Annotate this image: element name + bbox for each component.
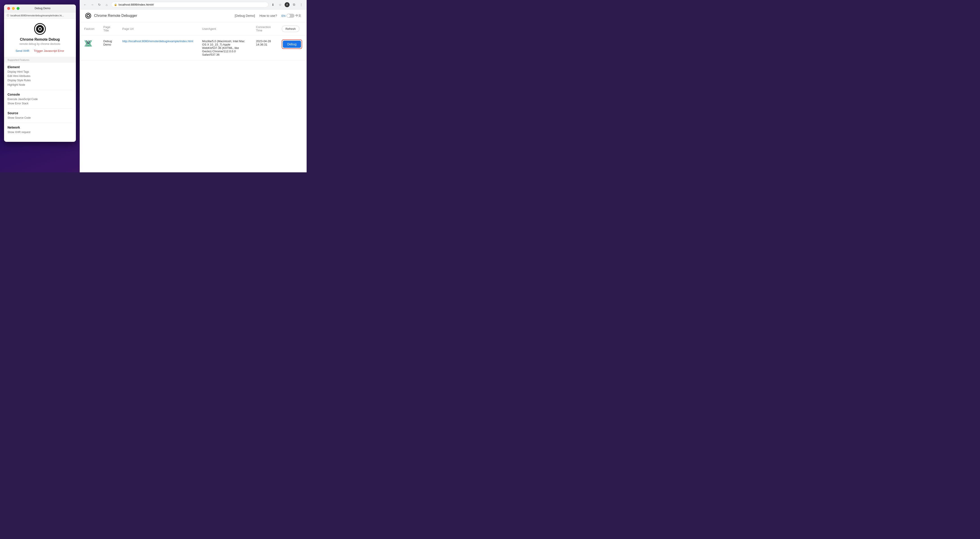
browser-chrome: ← → ↻ ⌂ 🔒 localhost:8899/index.html#/ ⬇ …: [80, 0, 307, 10]
col-favicon: Favicon: [80, 22, 99, 35]
cell-page-title: Debug Demo: [99, 35, 118, 60]
window-title: Debug Demo: [13, 7, 73, 10]
lang-en[interactable]: EN: [282, 14, 285, 17]
cell-favicon: [80, 35, 99, 60]
window-url-bar: ⓘ localhost:8080/remote/debug/example/in…: [4, 12, 76, 19]
feature-title: Element: [8, 65, 72, 69]
how-to-use-nav[interactable]: How to use?: [259, 14, 277, 17]
window-card: Debug Demo ⓘ localhost:8080/remote/debug…: [4, 5, 76, 142]
account-icon[interactable]: A: [285, 2, 290, 7]
app-name: Chrome Remote Debug: [8, 38, 72, 41]
col-user-agent: UserAgent: [198, 22, 251, 35]
forward-button[interactable]: →: [89, 2, 95, 7]
feature-item: Show Source Code: [8, 116, 72, 120]
debugger-logo: [85, 13, 91, 19]
feature-item: Edit Html Attributes: [8, 74, 72, 78]
info-icon: ⓘ: [7, 14, 9, 17]
feature-title: Source: [8, 111, 72, 115]
feature-section-source: SourceShow Source Code: [8, 109, 72, 123]
table-header-row: Favicon Page Title Page Url UserAgent Co…: [80, 22, 307, 35]
debug-demo-nav[interactable]: [Debug Demo]: [235, 14, 255, 17]
menu-icon[interactable]: ⋮: [299, 2, 304, 7]
refresh-button[interactable]: Refresh: [282, 25, 300, 32]
col-connection-time: Connection Time: [251, 22, 277, 35]
traffic-light-close[interactable]: [7, 7, 10, 10]
debug-button[interactable]: Debug: [283, 41, 301, 48]
download-icon[interactable]: ⬇: [270, 2, 276, 7]
table-body: Debug Demo http://localhost:8080/remote/…: [80, 35, 307, 60]
feature-item: Highlight Node: [8, 83, 72, 87]
address-text: localhost:8899/index.html#/: [119, 3, 154, 6]
browser-actions: ⬇ ☆ A ⧉ ⋮: [270, 2, 304, 7]
window-body: Chrome Remote Debug remote debug by chro…: [4, 19, 76, 142]
cell-connection-time: 2023-04-28 14:36:31: [251, 35, 277, 60]
svg-point-3: [39, 28, 41, 30]
address-bar[interactable]: 🔒 localhost:8899/index.html#/: [111, 2, 269, 7]
supported-features-header: Supported Features: [4, 57, 76, 63]
feature-item: Display Html Tags: [8, 70, 72, 74]
lang-toggle: EN 中文: [282, 14, 301, 18]
feature-section-element: ElementDisplay Html TagsEdit Html Attrib…: [8, 63, 72, 90]
features-container: ElementDisplay Html TagsEdit Html Attrib…: [8, 63, 72, 137]
feature-item: Execute JavaScript Code: [8, 97, 72, 102]
cell-page-url: http://localhost:8080/remote/debug/examp…: [118, 35, 198, 60]
svg-point-6: [88, 15, 89, 17]
lang-zh[interactable]: 中文: [295, 14, 301, 18]
window-url-text: localhost:8080/remote/debug/example/inde…: [11, 14, 64, 17]
cell-user-agent: Mozilla/5.0 (Macintosh; Intel Mac OS X 1…: [198, 35, 251, 60]
debug-table: Favicon Page Title Page Url UserAgent Co…: [80, 22, 307, 60]
window-titlebar: Debug Demo: [4, 5, 76, 12]
debug-button-wrapper: Debug: [282, 40, 302, 49]
feature-item: Display Style Rules: [8, 78, 72, 83]
col-page-title: Page Title: [99, 22, 118, 35]
page-url-link[interactable]: http://localhost:8080/remote/debug/examp…: [123, 40, 193, 43]
debugger-content: Chrome Remote Debugger [Debug Demo] How …: [80, 10, 307, 172]
back-button[interactable]: ←: [83, 2, 88, 7]
debugger-app-title: Chrome Remote Debugger: [94, 14, 232, 18]
chrome-logo-svg: [34, 23, 46, 35]
col-page-url: Page Url: [118, 22, 198, 35]
table-head: Favicon Page Title Page Url UserAgent Co…: [80, 22, 307, 35]
lock-icon: 🔒: [114, 3, 117, 6]
extensions-icon[interactable]: ⧉: [291, 2, 297, 7]
feature-title: Network: [8, 126, 72, 129]
mac-window: Debug Demo ⓘ localhost:8080/remote/debug…: [0, 0, 80, 172]
star-icon[interactable]: ☆: [277, 2, 283, 7]
vue-favicon-icon: [84, 40, 92, 48]
send-xhr-link[interactable]: Send XHR: [16, 49, 29, 52]
feature-section-console: ConsoleExecute JavaScript CodeShow Error…: [8, 90, 72, 109]
home-button[interactable]: ⌂: [104, 2, 109, 7]
feature-title: Console: [8, 93, 72, 96]
debugger-header: Chrome Remote Debugger [Debug Demo] How …: [80, 10, 307, 22]
chrome-debug-icon: [34, 23, 46, 35]
header-nav: [Debug Demo] How to use? EN 中文: [235, 14, 301, 18]
browser-panel: ← → ↻ ⌂ 🔒 localhost:8899/index.html#/ ⬇ …: [80, 0, 307, 172]
cell-debug-action: Debug: [277, 35, 307, 60]
app-desc: remote debug by chrome devtools: [8, 42, 72, 46]
app-icon-container: [8, 23, 72, 35]
action-links: Send XHR Trigger Javascript Error: [8, 49, 72, 52]
trigger-error-link[interactable]: Trigger Javascript Error: [34, 49, 64, 52]
table-row: Debug Demo http://localhost:8080/remote/…: [80, 35, 307, 60]
reload-button[interactable]: ↻: [97, 2, 102, 7]
feature-section-network: NetworkShow XHR request: [8, 123, 72, 137]
col-actions: Refresh: [277, 22, 307, 35]
lang-switch[interactable]: [286, 14, 294, 18]
feature-item: Show Error Stack: [8, 102, 72, 106]
feature-item: Show XHR request: [8, 130, 72, 134]
